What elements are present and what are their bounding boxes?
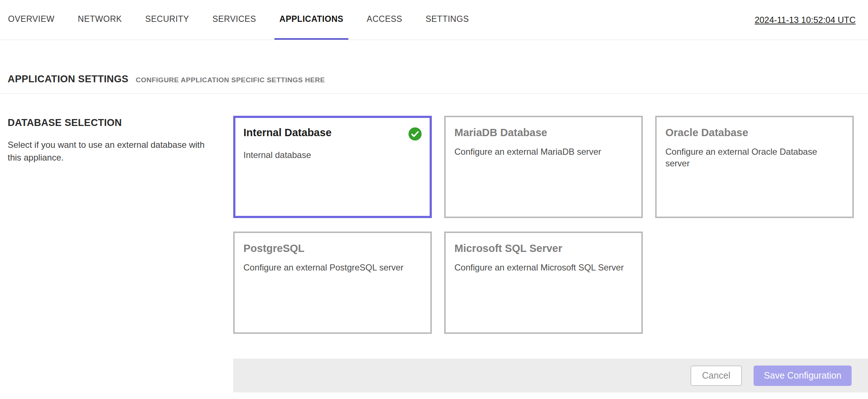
card-mariadb-database[interactable]: MariaDB Database Configure an external M…	[444, 116, 643, 218]
tab-access[interactable]: ACCESS	[361, 0, 407, 40]
card-head: MariaDB Database	[454, 127, 633, 139]
tab-overview[interactable]: OVERVIEW	[3, 0, 60, 40]
selected-check-icon	[408, 127, 422, 142]
card-title: Internal Database	[243, 127, 332, 139]
card-title: Oracle Database	[665, 127, 748, 139]
card-description: Configure an external MariaDB server	[454, 146, 633, 158]
tab-settings[interactable]: SETTINGS	[421, 0, 474, 40]
card-title: MariaDB Database	[454, 127, 547, 139]
card-title: PostgreSQL	[243, 242, 305, 254]
page-subtitle: CONFIGURE APPLICATION SPECIFIC SETTINGS …	[136, 76, 325, 84]
top-nav: OVERVIEW NETWORK SECURITY SERVICES APPLI…	[0, 0, 868, 40]
action-bar: Cancel Save Configuration	[233, 359, 868, 392]
save-configuration-button[interactable]: Save Configuration	[754, 366, 852, 386]
database-selection-panel: Internal Database Internal database Mari…	[233, 116, 868, 392]
card-description: Internal database	[243, 149, 422, 161]
page-title: APPLICATION SETTINGS	[8, 74, 129, 85]
section-title: DATABASE SELECTION	[8, 117, 233, 129]
tab-applications[interactable]: APPLICATIONS	[274, 0, 349, 40]
card-oracle-database[interactable]: Oracle Database Configure an external Or…	[655, 116, 854, 218]
card-title: Microsoft SQL Server	[454, 242, 562, 254]
page-header: APPLICATION SETTINGS CONFIGURE APPLICATI…	[0, 40, 868, 94]
card-head: Microsoft SQL Server	[454, 242, 633, 254]
card-head: PostgreSQL	[243, 242, 422, 254]
tab-security[interactable]: SECURITY	[140, 0, 194, 40]
database-options-grid: Internal Database Internal database Mari…	[233, 116, 868, 334]
card-internal-database[interactable]: Internal Database Internal database	[233, 116, 432, 218]
database-selection-intro: DATABASE SELECTION Select if you want to…	[8, 116, 233, 392]
card-postgresql[interactable]: PostgreSQL Configure an external Postgre…	[233, 232, 432, 334]
card-head: Oracle Database	[665, 127, 844, 139]
card-description: Configure an external Oracle Database se…	[665, 146, 844, 170]
main-content: DATABASE SELECTION Select if you want to…	[0, 94, 868, 392]
cancel-button[interactable]: Cancel	[691, 366, 742, 386]
timestamp[interactable]: 2024-11-13 10:52:04 UTC	[755, 0, 856, 40]
tab-services[interactable]: SERVICES	[207, 0, 261, 40]
card-microsoft-sql-server[interactable]: Microsoft SQL Server Configure an extern…	[444, 232, 643, 334]
section-description: Select if you want to use an external da…	[8, 139, 207, 164]
card-head: Internal Database	[243, 127, 422, 142]
card-description: Configure an external Microsoft SQL Serv…	[454, 262, 633, 273]
tab-network[interactable]: NETWORK	[73, 0, 127, 40]
nav-spacer	[487, 0, 755, 40]
card-description: Configure an external PostgreSQL server	[243, 262, 422, 273]
